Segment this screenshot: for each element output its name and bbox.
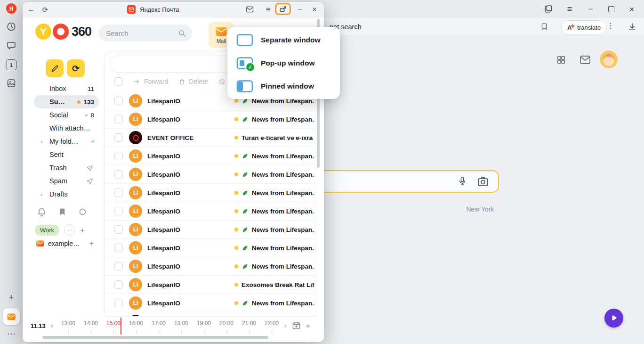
message-row[interactable]: LILifespanIONews from Lifespan.	[105, 110, 316, 129]
message-row[interactable]: LILifespanIONews from Lifespan.	[105, 147, 316, 165]
yandex-logo-icon[interactable]: Я	[6, 3, 16, 14]
account-add-button[interactable]: +	[89, 239, 94, 247]
timeline-slot: 16:00	[125, 320, 147, 333]
sidebar-more-icon[interactable]: ⋯	[8, 330, 16, 338]
message-checkbox[interactable]	[114, 152, 123, 160]
tag-more-button[interactable]: ⋯	[64, 224, 75, 236]
omnibox-kebab-icon[interactable]: ⋮	[607, 22, 614, 30]
message-row[interactable]: LILifespanIONews from Lifespan.	[105, 202, 316, 221]
add-folder-icon[interactable]	[91, 137, 95, 146]
popup-close-icon[interactable]: ×	[310, 2, 319, 17]
yandex360-logo[interactable]: Y 360	[35, 24, 91, 40]
user-avatar[interactable]	[600, 50, 618, 68]
folder-row[interactable]: Sent	[34, 148, 99, 161]
alice-button[interactable]	[604, 309, 623, 328]
gallery-icon[interactable]	[7, 78, 16, 88]
popup-minimize-icon[interactable]: −	[296, 2, 305, 17]
message-subject: News from Lifespan.	[252, 116, 316, 123]
message-row[interactable]	[105, 312, 316, 316]
forward-button[interactable]: Forward	[133, 78, 168, 85]
timeline-next-icon[interactable]: ›	[284, 322, 287, 329]
popup-title: Яндекс Почта	[140, 6, 179, 13]
message-row[interactable]: LILifespanIOExosomes Break Rat Lif	[105, 276, 316, 294]
window-mode-menu-item[interactable]: Pinned window	[227, 74, 340, 98]
leaf-icon	[242, 189, 249, 197]
message-row[interactable]: LILifespanIONews from Lifespan.	[105, 165, 316, 184]
window-mode-menu-item[interactable]: Separate window	[227, 28, 340, 51]
timeline-collapse-icon[interactable]: «	[306, 322, 310, 329]
window-mode-button[interactable]	[275, 3, 291, 15]
message-row[interactable]: LILifespanIONews from Lifespan.	[105, 257, 316, 276]
message-checkbox[interactable]	[114, 262, 123, 270]
mail-search-box[interactable]	[99, 25, 192, 41]
check-mail-button[interactable]: ⟳	[67, 59, 85, 77]
message-checkbox[interactable]	[114, 299, 123, 307]
message-checkbox[interactable]	[114, 280, 123, 289]
message-checkbox[interactable]	[114, 97, 123, 105]
message-row[interactable]: EVENT OFFICETuran e-ticarət və e-ixra	[105, 129, 316, 147]
bookmark-icon[interactable]	[58, 207, 67, 216]
message-row[interactable]: LILifespanIONews from Lifespan.	[105, 294, 316, 312]
tabs-icon[interactable]	[543, 0, 554, 18]
account-row[interactable]: example… +	[36, 239, 94, 247]
calendar-add-icon[interactable]	[292, 321, 301, 330]
folder-row[interactable]: My fold…	[34, 135, 99, 148]
folder-row[interactable]: With attach…	[34, 122, 99, 135]
mail-app-icon[interactable]	[3, 308, 20, 325]
message-checkbox[interactable]	[114, 244, 123, 252]
message-checkbox[interactable]	[114, 225, 123, 234]
quick-filter-row	[37, 207, 87, 217]
apps-grid-icon[interactable]	[556, 55, 566, 65]
browser-minimize-icon[interactable]: −	[585, 0, 596, 18]
chat-icon[interactable]	[7, 41, 16, 50]
message-sender: LifespanIO	[147, 208, 234, 215]
compose-row: ⟳	[46, 59, 85, 77]
empty-folder-icon[interactable]	[86, 164, 93, 172]
message-row[interactable]: LILifespanIONews from Lifespan.	[105, 184, 316, 202]
add-panel-icon[interactable]: +	[8, 293, 14, 302]
window-mode-menu-item[interactable]: Pop-up window	[227, 51, 340, 74]
page-mail-icon[interactable]	[580, 55, 591, 65]
message-row[interactable]: LILifespanIONews from Lifespan.	[105, 221, 316, 239]
refresh-icon[interactable]: ⟳	[40, 2, 50, 17]
tag-add-button[interactable]: +	[80, 226, 85, 234]
folder-row[interactable]: Inbox11	[34, 82, 99, 95]
browser-maximize-icon[interactable]	[605, 0, 617, 18]
history-icon[interactable]	[7, 22, 16, 32]
horizontal-scrollbar[interactable]	[42, 336, 268, 339]
empty-folder-icon[interactable]	[86, 178, 93, 185]
folder-row[interactable]: Spam	[34, 174, 99, 188]
browser-menu-icon[interactable]: ≡	[564, 0, 575, 18]
image-search-icon[interactable]	[477, 176, 489, 187]
message-checkbox[interactable]	[114, 133, 123, 142]
folder-row[interactable]: Su…133	[34, 95, 99, 108]
bookmark-flag-icon[interactable]	[540, 22, 548, 31]
message-checkbox[interactable]	[114, 188, 123, 197]
message-checkbox[interactable]	[114, 207, 123, 215]
select-all-checkbox[interactable]	[114, 77, 123, 86]
mail-search-input[interactable]	[105, 29, 178, 38]
message-subject: News from Lifespan.	[252, 300, 316, 307]
unread-dot	[234, 209, 238, 213]
message-checkbox[interactable]	[114, 170, 123, 179]
circle-icon[interactable]	[78, 207, 87, 216]
message-row[interactable]: LILifespanIONews from Lifespan.	[105, 239, 316, 257]
tab-count-badge[interactable]: 1	[6, 59, 17, 70]
tag-work[interactable]: Work	[35, 225, 59, 236]
folder-row[interactable]: Trash	[34, 161, 99, 174]
browser-close-icon[interactable]: ×	[626, 0, 637, 18]
message-checkbox[interactable]	[114, 115, 123, 123]
folder-row[interactable]: Social8	[34, 108, 99, 122]
list-filter-field[interactable]	[110, 56, 234, 73]
voice-search-icon[interactable]	[458, 176, 467, 187]
translate-button[interactable]: Aф translate	[561, 20, 607, 34]
compose-envelope-icon[interactable]	[245, 2, 254, 17]
download-icon[interactable]	[628, 22, 637, 32]
bell-icon[interactable]	[37, 207, 47, 217]
delete-button[interactable]: Delete	[178, 78, 208, 85]
popup-menu-icon[interactable]: ≡	[264, 2, 273, 17]
timeline-prev-icon[interactable]: ‹	[51, 322, 53, 329]
compose-button[interactable]	[46, 59, 64, 77]
folder-row[interactable]: Drafts	[34, 188, 99, 201]
back-icon[interactable]: ←	[26, 2, 36, 17]
